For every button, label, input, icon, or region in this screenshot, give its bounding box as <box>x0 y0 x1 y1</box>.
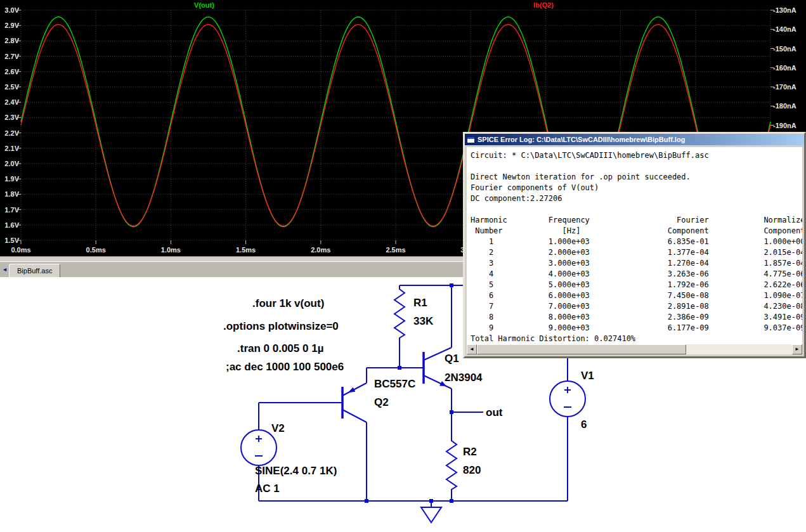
component-label[interactable]: AC 1 <box>255 483 280 495</box>
right-axis-tick-label[interactable]: -190nA <box>773 122 796 129</box>
left-axis-tick-label[interactable]: 1.9V <box>0 175 19 183</box>
tab-bipbuff-asc[interactable]: BipBuff.asc <box>9 264 60 277</box>
component-label[interactable]: BC557C <box>374 378 415 391</box>
component-label[interactable]: R2 <box>463 446 477 458</box>
x-axis-tick-label[interactable]: 1.0ms <box>161 246 181 254</box>
spice-directive[interactable]: .options plotwinsize=0 <box>223 320 339 333</box>
ground-symbol-icon[interactable] <box>421 501 441 522</box>
plus-icon <box>256 436 262 442</box>
scroll-left-button[interactable]: ◄ <box>467 344 477 354</box>
error-log-title: SPICE Error Log: C:\Data\LTC\SwCADIII\ho… <box>478 136 685 143</box>
left-axis-tick-label[interactable]: 2.7V <box>0 53 19 60</box>
wire-junctions <box>365 283 453 503</box>
component-label[interactable]: 33K <box>413 315 433 328</box>
left-axis-tick-label[interactable]: 3.0V <box>0 6 19 14</box>
spice-error-log-window: SPICE Error Log: C:\Data\LTC\SwCADIII\ho… <box>463 132 806 358</box>
trace-name-label[interactable]: V(out) <box>194 1 214 9</box>
left-axis-tick-label[interactable]: 1.5V <box>0 237 19 244</box>
trace-name-label[interactable]: Ib(Q2) <box>533 1 554 9</box>
left-axis-tick-label[interactable]: 1.7V <box>0 206 19 214</box>
component-label[interactable]: V1 <box>581 370 594 382</box>
ltspice-app: V(out)Ib(Q2)0.0ms0.5ms1.0ms1.5ms2.0ms2.5… <box>0 0 806 532</box>
x-axis-tick-label[interactable]: 0.0ms <box>11 246 30 254</box>
component-label[interactable]: Q2 <box>374 396 389 409</box>
right-axis-tick-label[interactable]: -170nA <box>773 83 796 91</box>
left-axis-tick-label[interactable]: 2.2V <box>0 129 19 137</box>
left-axis-tick-label[interactable]: 2.6V <box>0 68 19 75</box>
error-log-body: Circuit: * C:\Data\LTC\SwCADIII\homebrew… <box>467 147 802 344</box>
left-axis-tick-label[interactable]: 2.5V <box>0 83 19 91</box>
component-label[interactable]: SINE(2.4 0.7 1K) <box>255 465 337 477</box>
scrollbar-thumb[interactable] <box>477 344 686 354</box>
left-axis-tick-label[interactable]: 2.3V <box>0 114 19 121</box>
right-axis-tick-label[interactable]: -160nA <box>773 64 796 72</box>
spice-directive[interactable]: ;ac dec 1000 100 500e6 <box>226 361 344 373</box>
left-axis-tick-label[interactable]: 1.8V <box>0 190 19 198</box>
component-label[interactable]: 6 <box>581 418 587 431</box>
x-axis-tick-label[interactable]: 2.0ms <box>311 246 330 254</box>
error-log-titlebar[interactable]: SPICE Error Log: C:\Data\LTC\SwCADIII\ho… <box>465 134 804 145</box>
spice-directive[interactable]: .four 1k v(out) <box>252 297 324 310</box>
left-axis-tick-label[interactable]: 2.1V <box>0 145 19 152</box>
left-axis-tick-label[interactable]: 1.6V <box>0 221 19 229</box>
resistor-r1[interactable] <box>394 285 405 368</box>
horizontal-scrollbar[interactable]: ◄ ► <box>467 344 802 354</box>
window-icon <box>467 136 475 143</box>
component-label[interactable]: out <box>486 406 502 419</box>
transistor-q1-2n3904[interactable] <box>424 285 452 412</box>
tab-scroll-left-icon[interactable]: ◄ <box>2 266 8 273</box>
scroll-right-button[interactable]: ► <box>792 344 802 354</box>
component-label[interactable]: Q1 <box>445 353 459 365</box>
x-axis-tick-label[interactable]: 0.5ms <box>86 246 106 254</box>
spice-directive[interactable]: .tran 0 0.005 0 1µ <box>237 342 323 355</box>
left-axis-tick-label[interactable]: 2.8V <box>0 37 19 44</box>
left-axis-tick-label[interactable]: 2.0V <box>0 160 19 167</box>
left-axis-tick-label[interactable]: 2.9V <box>0 22 19 29</box>
component-label[interactable]: V2 <box>271 422 285 435</box>
voltage-source-v1[interactable] <box>550 381 585 417</box>
right-axis-tick-label[interactable]: -180nA <box>773 102 796 110</box>
component-label[interactable]: 820 <box>463 464 481 477</box>
q2-emitter-arrow-icon <box>348 387 355 393</box>
left-axis-tick-label[interactable]: 2.4V <box>0 98 19 106</box>
component-label[interactable]: R1 <box>413 297 427 309</box>
right-axis-tick-label[interactable]: -150nA <box>773 45 796 53</box>
component-label[interactable]: 2N3904 <box>445 372 483 384</box>
plus-icon <box>564 387 571 393</box>
resistor-r2[interactable] <box>446 412 457 501</box>
error-log-text: Circuit: * C:\Data\LTC\SwCADIII\homebrew… <box>471 150 802 344</box>
x-axis-tick-label[interactable]: 1.5ms <box>236 246 256 254</box>
right-axis-tick-label[interactable]: -130nA <box>773 6 796 14</box>
x-axis-tick-label[interactable]: 2.5ms <box>386 246 405 254</box>
right-axis-tick-label[interactable]: -140nA <box>773 25 796 33</box>
